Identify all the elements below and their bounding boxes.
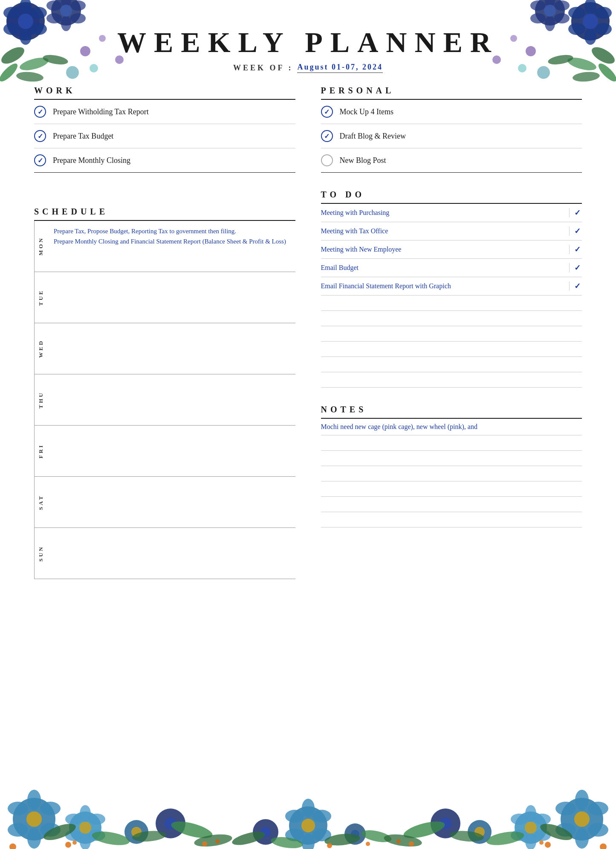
day-content[interactable]: [47, 323, 295, 374]
day-label: SUN: [34, 528, 47, 579]
unchecked-icon[interactable]: [321, 154, 333, 166]
day-label: WED: [34, 323, 47, 374]
notes-lines: [321, 435, 582, 527]
svg-point-68: [79, 822, 91, 834]
svg-point-121: [538, 820, 575, 843]
svg-point-108: [574, 811, 590, 827]
svg-point-115: [511, 814, 528, 825]
svg-point-105: [575, 828, 589, 849]
schedule-row: SUN: [34, 528, 295, 579]
notes-line: [321, 451, 582, 466]
schedule-row: FRI: [34, 426, 295, 477]
svg-point-96: [270, 835, 304, 849]
todo-empty-row: [321, 296, 582, 311]
svg-point-78: [65, 842, 71, 848]
todo-check[interactable]: ✓: [569, 226, 582, 236]
todo-item-label: Meeting with Tax Office: [321, 227, 570, 235]
svg-point-116: [525, 822, 537, 834]
todo-empty-row: [321, 372, 582, 388]
svg-point-67: [65, 814, 82, 825]
svg-point-127: [539, 840, 544, 845]
personal-item-label: Draft Blog & Review: [340, 132, 406, 141]
svg-point-102: [575, 790, 589, 810]
svg-point-119: [431, 808, 460, 838]
week-of-label: WEEK OF :: [233, 64, 293, 72]
svg-point-80: [9, 843, 16, 849]
svg-point-97: [324, 832, 360, 847]
svg-point-60: [26, 811, 42, 827]
work-title: WORK: [34, 86, 295, 96]
checked-icon[interactable]: [321, 106, 333, 118]
svg-point-72: [165, 817, 176, 829]
notes-content: Mochi need new cage (pink cage), new whe…: [321, 419, 582, 435]
day-content[interactable]: Prepare Tax, Propose Budget, Reporting T…: [47, 221, 295, 272]
notes-line: [321, 466, 582, 481]
schedule-row: THU: [34, 374, 295, 426]
todo-check[interactable]: ✓: [569, 263, 582, 272]
schedule-grid: MONPrepare Tax, Propose Budget, Reportin…: [34, 221, 295, 579]
svg-point-99: [327, 843, 332, 848]
day-content[interactable]: [47, 477, 295, 527]
svg-point-85: [312, 810, 331, 823]
svg-point-73: [42, 820, 78, 843]
day-label: THU: [34, 374, 47, 425]
svg-point-109: [515, 811, 547, 844]
schedule-row: SAT: [34, 477, 295, 528]
todo-section: TO DO Meeting with Purchasing✓Meeting wi…: [321, 190, 582, 388]
svg-point-129: [409, 841, 414, 846]
svg-point-82: [215, 839, 220, 843]
todo-empty-row: [321, 342, 582, 357]
todo-empty-row: [321, 311, 582, 326]
svg-point-112: [534, 830, 551, 841]
svg-point-91: [253, 819, 278, 845]
todo-notes-column: TO DO Meeting with Purchasing✓Meeting wi…: [321, 190, 582, 527]
svg-point-79: [72, 840, 77, 845]
svg-point-89: [285, 810, 304, 823]
svg-point-63: [88, 814, 105, 825]
svg-point-66: [65, 830, 82, 841]
svg-point-98: [360, 828, 392, 844]
svg-point-90: [301, 819, 315, 832]
svg-point-94: [351, 830, 359, 838]
floral-decoration-bottom-center: [223, 747, 393, 849]
todo-empty-row: [321, 357, 582, 372]
svg-point-57: [27, 828, 41, 849]
day-content[interactable]: [47, 426, 295, 476]
todo-check[interactable]: ✓: [569, 281, 582, 291]
svg-point-130: [396, 839, 401, 843]
checked-icon[interactable]: [34, 154, 46, 166]
header: WEEKLY PLANNER WEEK OF : August 01-07, 2…: [34, 13, 582, 73]
svg-point-114: [511, 830, 528, 841]
day-content[interactable]: [47, 528, 295, 579]
checked-icon[interactable]: [34, 130, 46, 142]
notes-line: [321, 497, 582, 512]
svg-point-106: [555, 823, 576, 837]
checked-icon[interactable]: [321, 130, 333, 142]
day-label: MON: [34, 221, 47, 272]
work-item-label: Prepare Monthly Closing: [53, 156, 130, 165]
svg-point-64: [88, 830, 105, 841]
svg-point-128: [600, 843, 607, 849]
schedule-row: MONPrepare Tax, Propose Budget, Reportin…: [34, 221, 295, 272]
svg-point-53: [13, 798, 55, 840]
svg-point-123: [449, 830, 484, 843]
day-content[interactable]: [47, 272, 295, 323]
schedule-title: SCHEDULE: [34, 207, 295, 217]
todo-item-label: Email Financial Statement Report with Gr…: [321, 282, 570, 290]
day-label: FRI: [34, 426, 47, 476]
svg-point-75: [132, 830, 167, 843]
svg-point-77: [194, 832, 233, 849]
svg-point-126: [545, 842, 551, 848]
todo-check[interactable]: ✓: [569, 208, 582, 217]
todo-item-label: Email Budget: [321, 264, 570, 272]
schedule-row: WED: [34, 323, 295, 374]
notes-title: NOTES: [321, 405, 582, 414]
day-content[interactable]: [47, 374, 295, 425]
checked-icon[interactable]: [34, 106, 46, 118]
todo-row: Meeting with New Employee✓: [321, 241, 582, 259]
todo-check[interactable]: ✓: [569, 245, 582, 254]
svg-point-101: [561, 798, 603, 840]
svg-point-81: [202, 841, 207, 846]
svg-point-88: [285, 829, 304, 841]
work-item: Prepare Monthly Closing: [34, 148, 295, 173]
